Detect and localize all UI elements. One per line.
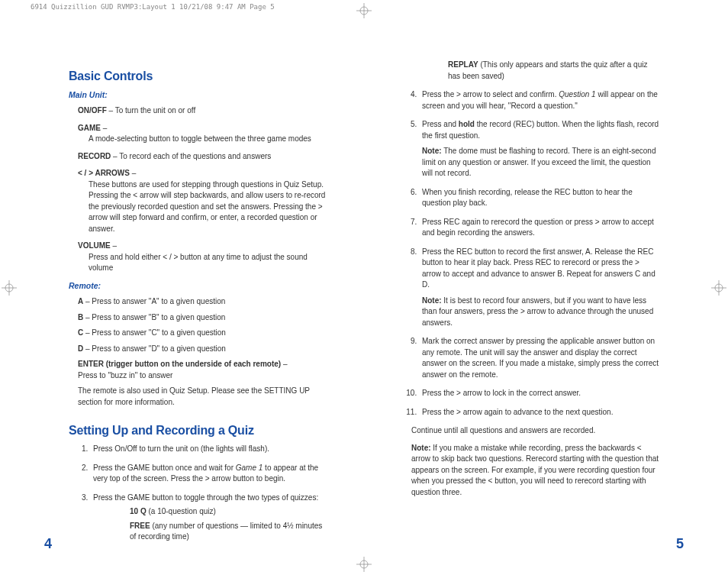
heading-setting-up: Setting Up and Recording a Quiz <box>69 422 326 439</box>
def-d: D – Press to answer "D" to a given quest… <box>78 344 326 355</box>
step-5: Press and hold the record (REC) button. … <box>419 119 659 179</box>
def-b: B – Press to answer "B" to a given quest… <box>78 312 326 324</box>
page-right: REPLAY (This only appears and starts the… <box>364 60 728 552</box>
def-enter: ENTER (trigger button on the underside o… <box>78 359 326 381</box>
print-header: 6914 Quizzillion GUD RVMP3:Layout 1 10/2… <box>31 3 275 11</box>
def-record: RECORD – To record each of the questions… <box>78 151 326 163</box>
final-note: Note: If you make a mistake while record… <box>411 443 659 499</box>
step-3-sub2: FREE (any number of questions — limited … <box>130 521 326 543</box>
step-3-sub1: 10 Q (a 10-question quiz) <box>130 506 326 518</box>
step-9: Mark the correct answer by pressing the … <box>419 336 659 380</box>
registration-mark-top <box>356 3 372 18</box>
page-number-right: 5 <box>676 536 684 552</box>
step-11: Press the > arrow again to advance to th… <box>419 407 659 418</box>
def-arrows: < / > ARROWS – These buttons are used fo… <box>78 168 326 234</box>
subhead-main-unit: Main Unit: <box>69 89 326 101</box>
step-3: Press the GAME button to toggle through … <box>90 493 326 543</box>
def-volume: VOLUME – Press and hold either < / > but… <box>78 241 326 274</box>
registration-mark-bottom <box>356 557 372 572</box>
step-5-note: Note: The dome must be flashing to recor… <box>422 146 659 179</box>
page-number-left: 4 <box>44 536 52 552</box>
setup-steps-right: Press the > arrow to select and confirm.… <box>419 89 659 418</box>
step-6: When you finish recording, release the R… <box>419 187 659 209</box>
heading-basic-controls: Basic Controls <box>69 67 326 85</box>
def-game: GAME – A mode-selecting button to toggle… <box>78 123 326 145</box>
continue-note: Continue until all questions and answers… <box>411 425 659 437</box>
step-2: Press the GAME button once and wait for … <box>90 463 326 485</box>
def-c: C – Press to answer "C" to a given quest… <box>78 328 326 339</box>
remote-definitions: A – Press to answer "A" to a given quest… <box>78 296 326 381</box>
step-8-note: Note: It is best to record four answers,… <box>422 296 659 329</box>
def-a: A – Press to answer "A" to a given quest… <box>78 296 326 308</box>
step-10: Press the > arrow to lock in the correct… <box>419 388 659 399</box>
step-1: Press On/Off to turn the unit on (the li… <box>90 444 326 455</box>
main-unit-definitions: ON/OFF – To turn the unit on or off GAME… <box>78 105 326 274</box>
page-spread: Basic Controls Main Unit: ON/OFF – To tu… <box>0 60 728 552</box>
step-8: Press the REC button to record the first… <box>419 247 659 329</box>
def-onoff: ON/OFF – To turn the unit on or off <box>78 105 326 117</box>
step-7: Press REC again to rerecord the question… <box>419 217 659 239</box>
page-left: Basic Controls Main Unit: ON/OFF – To tu… <box>0 60 364 552</box>
remote-note: The remote is also used in Quiz Setup. P… <box>78 386 326 408</box>
step-4: Press the > arrow to select and confirm.… <box>419 89 659 111</box>
subhead-remote: Remote: <box>69 280 326 292</box>
replay-line: REPLAY (This only appears and starts the… <box>448 60 659 82</box>
setup-steps-left: Press On/Off to turn the unit on (the li… <box>90 444 326 543</box>
